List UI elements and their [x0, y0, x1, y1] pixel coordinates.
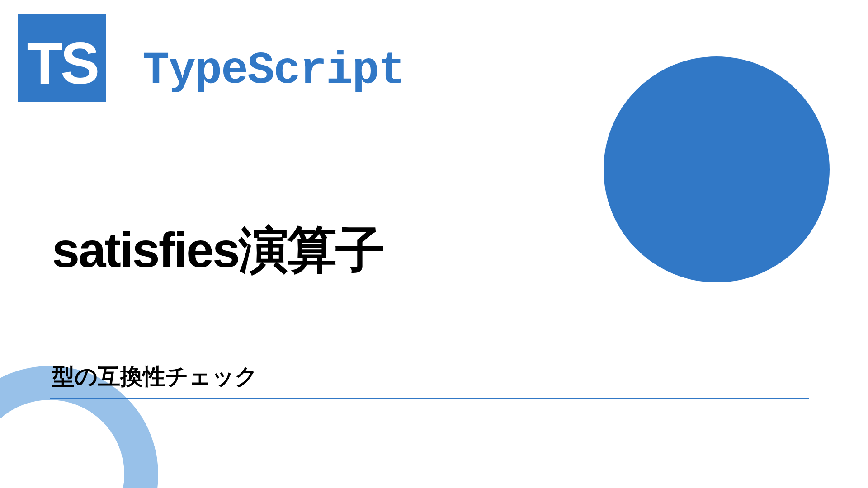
language-name: TypeScript	[142, 45, 405, 96]
decorative-circle-large	[604, 56, 830, 282]
subtitle: 型の互換性チェック	[52, 361, 258, 392]
main-title: satisfies演算子	[52, 217, 384, 284]
typescript-logo: TS	[18, 14, 106, 102]
typescript-logo-text: TS	[27, 29, 97, 97]
divider-line	[50, 398, 809, 399]
